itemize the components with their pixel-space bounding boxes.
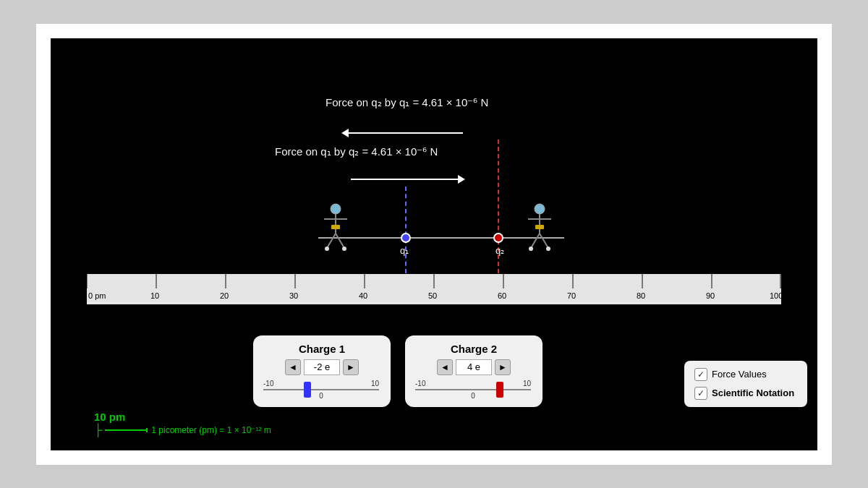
svg-line-11 — [531, 234, 540, 248]
force-q1-label: Force on q₁ by q₂ = 4.61 × 10⁻⁶ N — [275, 145, 438, 158]
charge2-increment-button[interactable]: ► — [495, 359, 511, 375]
ruler: // will be rendered via SVG path 0 pm 10… — [87, 277, 781, 304]
force-values-label: Force Values — [712, 369, 767, 380]
scientific-notation-checkbox[interactable]: ✓ — [694, 387, 707, 400]
sim-container: Force on q₂ by q₁ = 4.61 × 10⁻⁶ N Force … — [51, 38, 817, 450]
charge1-controls: ◄ -2 e ► — [263, 359, 380, 375]
charge2-controls: ◄ 4 e ► — [415, 359, 532, 375]
svg-text:60: 60 — [498, 291, 506, 300]
charge1-thumb[interactable] — [304, 382, 311, 398]
charge2-thumb[interactable] — [496, 382, 503, 398]
svg-rect-13 — [535, 225, 544, 229]
charge2-title: Charge 2 — [415, 343, 532, 355]
charge2-slider-labels: -10 10 — [415, 380, 531, 388]
force-q2-label: Force on q₂ by q₁ = 4.61 × 10⁻⁶ N — [326, 96, 488, 109]
charge1-slider-container: -10 10 0 — [263, 380, 379, 400]
force-arrow-right — [351, 179, 459, 180]
charge2-min-label: -10 — [415, 380, 425, 388]
svg-point-14 — [529, 247, 533, 251]
force-arrow-left — [347, 132, 463, 134]
svg-text:100: 100 — [770, 291, 781, 300]
svg-text:90: 90 — [706, 291, 715, 300]
scale-arrow-row: ├ 1 picometer (pm) = 1 × 10⁻¹² m — [94, 424, 271, 436]
q1-dot — [401, 233, 411, 243]
svg-text:20: 20 — [220, 291, 229, 300]
svg-point-15 — [546, 247, 550, 251]
q1-label: q₁ — [400, 245, 409, 256]
charge1-mid-label: 0 — [319, 392, 323, 400]
charge2-panel: Charge 2 ◄ 4 e ► -10 10 0 — [405, 335, 542, 407]
svg-rect-5 — [331, 225, 340, 229]
charge2-value: 4 e — [456, 359, 492, 375]
scale-left-tick: ├ — [94, 424, 102, 436]
svg-text:40: 40 — [359, 291, 367, 300]
figure-left — [317, 203, 354, 255]
scale-info: 10 pm ├ 1 picometer (pm) = 1 × 10⁻¹² m — [94, 411, 271, 436]
charge1-value: -2 e — [304, 359, 340, 375]
scale-description: 1 picometer (pm) = 1 × 10⁻¹² m — [151, 425, 271, 435]
scale-label: 10 pm — [94, 411, 271, 423]
charge1-max-label: 10 — [371, 380, 379, 388]
svg-point-7 — [342, 247, 346, 251]
svg-line-12 — [540, 234, 548, 248]
svg-text:70: 70 — [567, 291, 576, 300]
scientific-notation-label: Scientific Notation — [712, 388, 794, 398]
charge2-track — [415, 389, 531, 390]
charge2-max-label: 10 — [523, 380, 531, 388]
options-panel: ✓ Force Values ✓ Scientific Notation — [684, 361, 807, 407]
charge1-slider-labels: -10 10 — [263, 380, 379, 388]
svg-text:0 pm: 0 pm — [88, 291, 106, 300]
q2-dot — [493, 233, 503, 243]
scientific-notation-option[interactable]: ✓ Scientific Notation — [694, 387, 797, 400]
charge1-panel: Charge 1 ◄ -2 e ► -10 10 0 — [253, 335, 391, 407]
svg-text:10: 10 — [150, 291, 159, 300]
svg-text:30: 30 — [289, 291, 298, 300]
figure-right — [521, 203, 558, 255]
charge1-min-label: -10 — [263, 380, 273, 388]
svg-text:50: 50 — [428, 291, 437, 300]
svg-line-4 — [336, 234, 344, 248]
force-values-option[interactable]: ✓ Force Values — [694, 368, 797, 381]
q2-label: q₂ — [495, 245, 504, 256]
charge2-slider-container: -10 10 0 — [415, 380, 531, 400]
svg-point-0 — [331, 204, 341, 214]
svg-line-3 — [327, 234, 336, 248]
charge2-mid-label: 0 — [471, 392, 475, 400]
ruler-svg: // will be rendered via SVG path 0 pm 10… — [87, 274, 781, 301]
scale-line-svg — [105, 427, 148, 434]
charge1-title: Charge 1 — [263, 343, 380, 355]
charge2-decrement-button[interactable]: ◄ — [437, 359, 453, 375]
q1-dashed-line — [405, 187, 407, 273]
svg-text:80: 80 — [637, 291, 645, 300]
svg-point-6 — [325, 247, 329, 251]
charge1-track — [263, 389, 379, 390]
svg-point-8 — [535, 204, 545, 214]
force-values-checkbox[interactable]: ✓ — [694, 368, 707, 381]
charge1-decrement-button[interactable]: ◄ — [285, 359, 301, 375]
charge1-increment-button[interactable]: ► — [343, 359, 359, 375]
outer-frame: Force on q₂ by q₁ = 4.61 × 10⁻⁶ N Force … — [36, 24, 832, 465]
